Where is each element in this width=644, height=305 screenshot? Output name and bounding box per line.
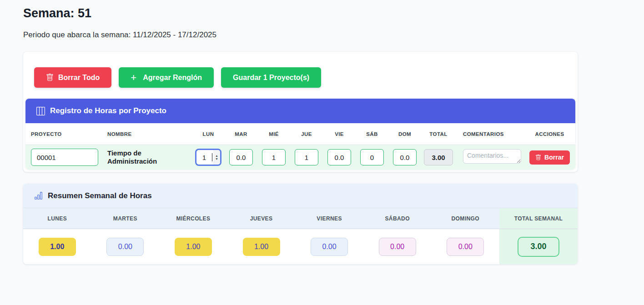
col-header-total: Total (421, 131, 456, 137)
hours-input-sab[interactable] (360, 149, 384, 165)
save-projects-button[interactable]: Guardar 1 Proyecto(s) (221, 67, 321, 88)
table-columns-icon (36, 107, 45, 115)
sum-header-total-semanal: Total Semanal (499, 208, 578, 229)
weekly-summary-card: Resumen Semanal de Horas Lunes Martes Mi… (23, 184, 578, 264)
plus-icon: + (131, 74, 138, 81)
text-caret (212, 153, 212, 161)
project-table-header-bar: Registro de Horas por Proyecto (25, 99, 575, 123)
trash-icon (46, 74, 54, 81)
row-total-readonly (424, 149, 453, 165)
col-header-sab: Sáb (356, 131, 388, 137)
summary-values-row: 1.00 0.00 1.00 1.00 0.00 0.00 0.00 3.00 (23, 229, 578, 264)
bar-chart-icon (34, 191, 43, 200)
hours-input-mar[interactable] (229, 149, 253, 165)
save-projects-label: Guardar 1 Proyecto(s) (233, 74, 309, 82)
summary-title: Resumen Semanal de Horas (48, 191, 152, 200)
delete-all-label: Borrar Todo (58, 74, 100, 82)
sum-header-miercoles: Miércoles (159, 208, 227, 229)
project-table-title: Registro de Horas por Proyecto (50, 106, 166, 115)
project-name-text: Tiempo de Administración (107, 149, 157, 165)
sum-header-lunes: Lunes (23, 208, 91, 229)
sum-header-domingo: Domingo (431, 208, 499, 229)
hours-input-mie[interactable] (262, 149, 286, 165)
summary-value-sabado: 0.00 (379, 238, 416, 256)
week-period-text: Periodo que abarca la semana: 11/12/2025… (23, 30, 601, 40)
number-spinner[interactable]: ▲▼ (213, 150, 220, 165)
summary-value-jueves: 1.00 (243, 238, 280, 256)
hours-input-vie[interactable] (327, 149, 351, 165)
hours-input-jue[interactable] (295, 149, 318, 165)
sum-header-sabado: Sábado (363, 208, 432, 229)
col-header-comentarios: Comentarios (456, 131, 524, 137)
sum-header-martes: Martes (91, 208, 160, 229)
summary-value-lunes: 1.00 (39, 238, 76, 256)
delete-all-button[interactable]: Borrar Todo (34, 67, 111, 88)
col-header-mie: Mié (257, 131, 290, 137)
summary-value-total: 3.00 (518, 237, 559, 257)
page-title: Semana: 51 (23, 6, 601, 20)
summary-header-bar: Resumen Semanal de Horas (23, 184, 578, 208)
summary-value-martes: 0.00 (106, 238, 144, 256)
delete-row-button[interactable]: Borrar (529, 150, 570, 165)
col-header-jue: Jue (290, 131, 323, 137)
add-row-button[interactable]: + Agregar Renglón (119, 67, 214, 88)
table-row: Tiempo de Administración 1 ▲▼ (25, 145, 575, 170)
summary-value-domingo: 0.00 (447, 238, 484, 256)
project-hours-card: Borrar Todo + Agregar Renglón Guardar 1 … (23, 52, 578, 172)
project-code-input[interactable] (31, 149, 98, 166)
col-header-vie: Vie (323, 131, 356, 137)
summary-value-viernes: 0.00 (311, 238, 348, 256)
summary-value-miercoles: 1.00 (175, 238, 212, 256)
col-header-acciones: Acciones (524, 131, 575, 137)
hours-input-lun[interactable]: 1 ▲▼ (195, 149, 221, 166)
project-hours-table: Registro de Horas por Proyecto Proyecto … (25, 99, 575, 170)
delete-row-label: Borrar (544, 154, 564, 161)
col-header-lun: Lun (192, 131, 225, 137)
hours-input-dom[interactable] (393, 149, 417, 165)
sum-header-viernes: Viernes (295, 208, 363, 229)
sum-header-jueves: Jueves (227, 208, 296, 229)
col-header-proyecto: Proyecto (25, 131, 107, 137)
comments-textarea[interactable] (463, 149, 521, 164)
project-table-head: Proyecto Nombre Lun Mar Mié Jue Vie Sáb … (25, 123, 575, 145)
page-content: Semana: 51 Periodo que abarca la semana:… (0, 0, 644, 264)
col-header-nombre: Nombre (107, 131, 192, 137)
summary-table-head: Lunes Martes Miércoles Jueves Viernes Sá… (23, 208, 578, 229)
add-row-label: Agregar Renglón (143, 74, 202, 82)
col-header-mar: Mar (225, 131, 257, 137)
toolbar: Borrar Todo + Agregar Renglón Guardar 1 … (25, 54, 575, 99)
col-header-dom: Dom (388, 131, 421, 137)
trash-icon (535, 155, 541, 160)
